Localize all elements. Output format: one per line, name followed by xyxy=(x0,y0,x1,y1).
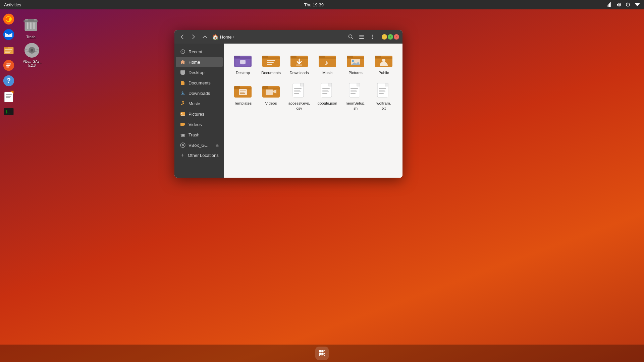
svg-rect-74 xyxy=(267,64,272,65)
svg-point-62 xyxy=(182,145,183,146)
taskbar-text-editor[interactable] xyxy=(2,89,16,103)
svg-text:$_: $_ xyxy=(5,110,10,114)
svg-line-50 xyxy=(182,101,184,102)
fm-up-button[interactable] xyxy=(201,33,209,41)
other-locations-icon: + xyxy=(180,153,185,158)
taskbar-files[interactable] xyxy=(2,43,16,57)
fm-body: Recent Home xyxy=(174,44,402,178)
taskbar: ? $_ xyxy=(0,9,17,345)
sidebar-item-documents[interactable]: Documents xyxy=(176,78,223,88)
sidebar-item-other-locations[interactable]: + Other Locations xyxy=(176,150,223,160)
fm-back-button[interactable] xyxy=(178,33,186,41)
svg-rect-102 xyxy=(262,87,280,89)
svg-rect-98 xyxy=(240,92,245,93)
fm-file-neonsetup[interactable]: neonSetup.sh xyxy=(342,79,369,114)
sidebar-item-desktop[interactable]: Desktop xyxy=(176,67,223,77)
window-minimize-button[interactable]: − xyxy=(382,34,387,40)
svg-rect-46 xyxy=(181,74,184,75)
svg-rect-0 xyxy=(607,5,607,7)
power-icon[interactable] xyxy=(625,2,631,7)
svg-point-52 xyxy=(181,113,182,114)
sidebar-item-vboxgas[interactable]: VBox_G... ⏏ xyxy=(176,140,223,150)
svg-point-41 xyxy=(372,37,373,38)
svg-point-88 xyxy=(352,60,354,62)
svg-point-138 xyxy=(319,350,320,351)
sidebar-item-home[interactable]: Home xyxy=(176,57,223,67)
fm-folder-videos[interactable]: Videos xyxy=(258,79,284,114)
fm-menu-button[interactable] xyxy=(368,32,377,42)
fm-file-googlejson[interactable]: google.json xyxy=(314,79,341,114)
sidebar-trash-label: Trash xyxy=(189,132,200,137)
taskbar-help[interactable]: ? xyxy=(2,74,16,88)
sidebar-item-pictures[interactable]: Pictures xyxy=(176,109,223,119)
show-apps-button[interactable] xyxy=(315,347,329,360)
window-maximize-button[interactable]: + xyxy=(388,34,393,40)
desktop-trash-icon[interactable]: Trash xyxy=(21,14,41,41)
downloads-folder-icon xyxy=(290,52,308,69)
taskbar-thunderbird[interactable] xyxy=(2,27,16,42)
fm-list-view-button[interactable] xyxy=(357,32,366,42)
svg-point-6 xyxy=(3,29,14,40)
sidebar-item-trash[interactable]: Trash xyxy=(176,130,223,140)
svg-rect-110 xyxy=(294,93,299,94)
datetime-display: Thu 19:39 xyxy=(304,2,324,7)
fm-folder-music[interactable]: ♪ Music xyxy=(314,49,341,78)
svg-rect-131 xyxy=(379,93,384,94)
activities-button[interactable]: Activities xyxy=(4,2,21,7)
fm-forward-button[interactable] xyxy=(189,33,198,41)
taskbar-firefox[interactable] xyxy=(2,12,16,26)
svg-rect-121 xyxy=(351,88,358,89)
svg-rect-122 xyxy=(351,90,357,90)
sidebar-videos-label: Videos xyxy=(189,122,202,127)
svg-rect-19 xyxy=(6,95,12,95)
svg-rect-9 xyxy=(5,49,12,50)
accesskeys-file-label: accessKeys.csv xyxy=(288,101,310,111)
svg-rect-67 xyxy=(240,60,246,64)
svg-rect-107 xyxy=(294,88,302,89)
window-close-button[interactable]: × xyxy=(394,34,399,40)
svg-rect-103 xyxy=(266,89,273,95)
svg-rect-44 xyxy=(180,70,185,74)
sidebar-item-recent[interactable]: Recent xyxy=(176,47,223,57)
svg-rect-45 xyxy=(182,74,184,74)
wolframtxt-file-icon xyxy=(375,82,392,100)
volume-icon[interactable] xyxy=(616,2,621,7)
fm-folder-pictures[interactable]: Pictures xyxy=(342,49,369,78)
taskbar-software[interactable] xyxy=(2,58,16,72)
desktop-folder-icon xyxy=(234,52,252,69)
pictures-sidebar-icon xyxy=(180,111,186,117)
fm-location-bar[interactable]: 🏠 Home › xyxy=(212,34,343,40)
svg-rect-72 xyxy=(267,60,275,61)
fm-folder-public[interactable]: Public xyxy=(370,49,397,78)
fm-folder-desktop[interactable]: Desktop xyxy=(229,49,256,78)
googlejson-file-icon xyxy=(319,82,336,100)
sidebar-item-downloads[interactable]: Downloads xyxy=(176,88,223,98)
fm-folder-documents[interactable]: Documents xyxy=(258,49,284,78)
svg-rect-115 xyxy=(322,90,328,90)
sidebar-music-label: Music xyxy=(189,101,200,106)
taskbar-terminal[interactable]: $_ xyxy=(2,105,16,119)
svg-rect-58 xyxy=(182,134,183,136)
fm-search-button[interactable] xyxy=(346,32,356,42)
svg-point-35 xyxy=(349,35,352,38)
public-folder-label: Public xyxy=(378,70,389,75)
fm-folder-templates[interactable]: Templates xyxy=(229,79,256,114)
svg-line-36 xyxy=(352,38,353,39)
sidebar-item-music[interactable]: Music xyxy=(176,99,223,109)
svg-rect-113 xyxy=(329,83,332,86)
vboxgas-eject-button[interactable]: ⏏ xyxy=(215,143,219,147)
fm-folder-downloads[interactable]: Downloads xyxy=(286,49,313,78)
sidebar-item-videos[interactable]: Videos xyxy=(176,119,223,129)
desktop-vboxgas-icon[interactable]: VBox_GAs_5.2.8 xyxy=(21,40,43,70)
svg-rect-14 xyxy=(6,65,10,66)
svg-point-139 xyxy=(322,350,323,351)
fm-sidebar: Recent Home xyxy=(174,44,224,178)
svg-rect-53 xyxy=(180,123,184,126)
network-icon[interactable] xyxy=(606,2,612,7)
fm-file-accesskeys[interactable]: accessKeys.csv xyxy=(286,79,313,114)
svg-point-92 xyxy=(382,59,385,62)
svg-rect-97 xyxy=(240,90,246,91)
fm-file-wolframtxt[interactable]: wolfram.txt xyxy=(370,79,397,114)
system-menu-arrow[interactable] xyxy=(635,2,640,7)
pictures-folder-label: Pictures xyxy=(348,70,363,75)
